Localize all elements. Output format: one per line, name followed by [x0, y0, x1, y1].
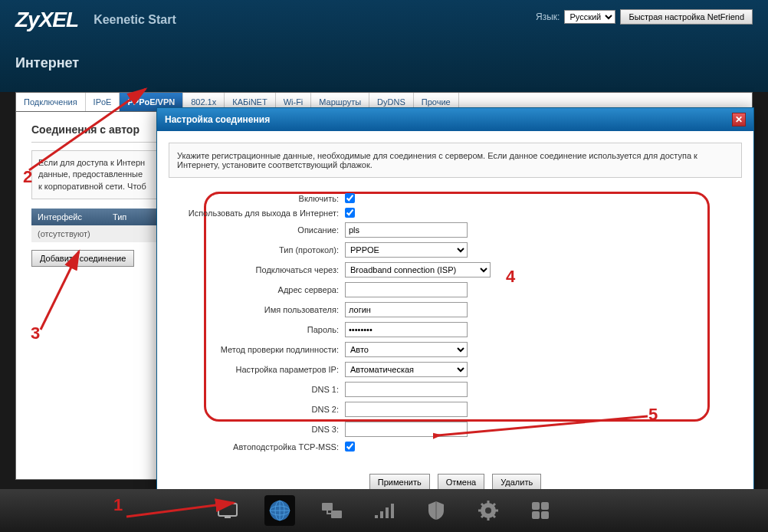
add-connection-button[interactable]: Добавить соединение — [31, 250, 134, 267]
modal-title: Настройка соединения — [165, 114, 270, 125]
brand-logo: ZyXEL — [15, 8, 78, 32]
dock-gear-icon[interactable] — [473, 495, 504, 526]
label-server-addr: Адрес сервера: — [176, 285, 345, 294]
label-tcp-mss: Автоподстройка TCP-MSS: — [176, 442, 345, 452]
section-description: Если для доступа к Интерн данные, предос… — [31, 150, 162, 199]
label-auth-method: Метод проверки подлинности: — [176, 345, 345, 354]
modal-description: Укажите регистрационные данные, необходи… — [169, 143, 742, 178]
dock-globe-icon[interactable] — [264, 495, 295, 526]
dock-wifi-icon[interactable] — [369, 495, 399, 526]
input-dns2[interactable] — [345, 402, 468, 417]
svg-rect-10 — [391, 504, 394, 518]
label-dns2: DNS 2: — [176, 405, 345, 414]
col-interface: Интерфейс — [38, 212, 82, 222]
checkbox-tcp-mss[interactable] — [345, 442, 355, 452]
input-description[interactable] — [345, 222, 468, 238]
svg-rect-0 — [218, 504, 237, 516]
select-auth-method[interactable]: Авто — [345, 342, 468, 357]
svg-rect-15 — [532, 511, 540, 519]
tab-connections[interactable]: Подключения — [16, 93, 86, 111]
svg-rect-14 — [541, 502, 549, 510]
svg-point-12 — [485, 507, 491, 514]
model-name: Keenetic Start — [94, 13, 176, 27]
tab-ipoe[interactable]: IPoE — [86, 93, 120, 111]
label-enable: Включить: — [176, 194, 345, 203]
language-select[interactable]: Русский — [564, 10, 615, 24]
label-dns1: DNS 1: — [176, 385, 345, 394]
select-protocol[interactable]: PPPOE — [345, 242, 468, 258]
checkbox-use-internet[interactable] — [345, 208, 355, 218]
label-description: Описание: — [176, 225, 345, 235]
svg-rect-5 — [322, 503, 333, 511]
label-dns3: DNS 3: — [176, 425, 345, 434]
connection-settings-modal: Настройка соединения ✕ Укажите регистрац… — [156, 107, 754, 503]
svg-rect-1 — [225, 516, 231, 518]
checkbox-enable[interactable] — [345, 193, 355, 203]
input-server-addr[interactable] — [345, 282, 468, 297]
label-password: Пароль: — [176, 325, 345, 334]
cancel-button[interactable]: Отмена — [438, 474, 484, 491]
close-icon[interactable]: ✕ — [732, 113, 746, 126]
svg-rect-8 — [380, 511, 383, 518]
input-dns1[interactable] — [345, 382, 468, 397]
dock-shield-icon[interactable] — [421, 495, 451, 526]
input-dns3[interactable] — [345, 422, 468, 437]
svg-rect-16 — [541, 511, 549, 519]
dock-status-icon[interactable] — [212, 495, 243, 526]
label-username: Имя пользователя: — [176, 305, 345, 314]
label-protocol: Тип (протокол): — [176, 245, 345, 255]
bottom-dock — [0, 489, 768, 532]
svg-rect-7 — [375, 515, 378, 518]
page-title: Интернет — [15, 55, 753, 71]
label-use-internet: Использовать для выхода в Интернет: — [176, 209, 345, 218]
apply-button[interactable]: Применить — [369, 474, 430, 491]
quick-setup-button[interactable]: Быстрая настройка NetFriend — [620, 9, 753, 25]
input-username[interactable] — [345, 302, 468, 317]
label-connect-via: Подключаться через: — [176, 265, 345, 274]
delete-button[interactable]: Удалить — [492, 474, 541, 491]
label-ip-config: Настройка параметров IP: — [176, 365, 345, 374]
dock-network-icon[interactable] — [317, 495, 347, 526]
select-connect-via[interactable]: Broadband connection (ISP) — [345, 262, 491, 277]
col-type: Тип — [113, 212, 126, 222]
svg-rect-9 — [386, 507, 389, 518]
svg-rect-13 — [532, 502, 540, 510]
select-ip-config[interactable]: Автоматическая — [345, 362, 468, 377]
dock-apps-icon[interactable] — [525, 495, 556, 526]
language-label: Язык: — [536, 11, 560, 22]
input-password[interactable] — [345, 322, 468, 337]
